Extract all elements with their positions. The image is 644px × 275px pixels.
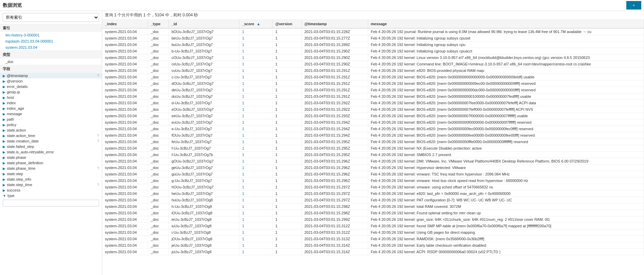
table-row[interactable]: system-2021.03.04_doceeUu-3cBzJ7_1037rOg… bbox=[102, 113, 644, 119]
cell-message: Feb 4 20:05:26 192 journal: Runtime jour… bbox=[368, 28, 644, 35]
index-item-system[interactable]: system-2021.03.04 bbox=[0, 44, 102, 50]
cell-id: fOUu-3cBzJ7_1037rOg7 bbox=[169, 132, 239, 139]
table-row[interactable]: system-2021.03.04_docduUu-3cBzJ7_1037rOg… bbox=[102, 93, 644, 100]
state-action-time-help[interactable]: ? bbox=[97, 134, 99, 138]
table-row[interactable]: system-2021.03.04_docfeUu-3cBzJ7_1037rOg… bbox=[102, 139, 644, 145]
table-row[interactable]: system-2021.03.04_docgeUu-3cBzJ7_1037rOg… bbox=[102, 165, 644, 171]
col-header-type[interactable]: _type bbox=[148, 20, 169, 28]
table-row[interactable]: system-2021.03.04_docieUu-3cBzJ7_1037rOg… bbox=[102, 216, 644, 223]
cell-message: Feb 4 20:05:26 192 kernel: BIOS-e820: [m… bbox=[368, 126, 644, 132]
table-row[interactable]: system-2021.03.04_doccuUu-3cBzJ7_1037rOg… bbox=[102, 67, 644, 74]
field-item-state-step[interactable]: ▶ state.step bbox=[0, 171, 102, 177]
field-item-state-step-time[interactable]: ▶ state.step_time ? bbox=[0, 182, 102, 187]
field-item-geoip[interactable]: ▶ geoip.ip bbox=[0, 89, 102, 95]
cell-message: Feb 4 20:05:26 192 kernel: Initializing … bbox=[368, 35, 644, 42]
cell-at-timestamp: 2021-03-04T03:01:15.293Z bbox=[301, 113, 368, 119]
col-header-version[interactable]: @version bbox=[272, 20, 301, 28]
field-item-timestamp[interactable]: ▶ @timestamp ? bbox=[0, 73, 102, 78]
field-item-state-step-info[interactable]: ▶ state.step_info bbox=[0, 177, 102, 182]
field-item-state-action[interactable]: ▶ state.action bbox=[0, 127, 102, 133]
cell-type: _doc bbox=[148, 223, 169, 229]
state-step-time-help[interactable]: ? bbox=[97, 183, 99, 187]
field-item-success[interactable]: ▶ success bbox=[0, 187, 102, 193]
field-item-state-failed[interactable]: ▶ state.failed_step bbox=[0, 144, 102, 149]
table-row[interactable]: system-2021.03.04_dochuUu-3cBzJ7_1037rOg… bbox=[102, 197, 644, 203]
data-table-container[interactable]: _index _type _id _score ▲ @version @time… bbox=[102, 20, 644, 275]
table-row[interactable]: system-2021.03.04_docdOUu-3cBzJ7_1037rOg… bbox=[102, 80, 644, 87]
table-row[interactable]: system-2021.03.04_docjOUu-3cBzJ7_1037rOg… bbox=[102, 236, 644, 242]
cell-id: beUu-3cBzJ7_1037rOg7 bbox=[169, 35, 239, 42]
field-item-state-phase-def[interactable]: ▶ state.phase_definition bbox=[0, 160, 102, 166]
table-row[interactable]: system-2021.03.04_dociOUu-3cBzJ7_1037rOg… bbox=[102, 210, 644, 216]
field-item-path[interactable]: ▶ path bbox=[0, 117, 102, 122]
table-row[interactable]: system-2021.03.04_docdeUu-3cBzJ7_1037rOg… bbox=[102, 87, 644, 93]
index-selector[interactable]: 所有索引ilm-history-3-000001logstash-2021.03… bbox=[3, 13, 99, 22]
new-button[interactable]: ＋ bbox=[626, 1, 641, 10]
table-row[interactable]: system-2021.03.04_docf-Uu-3cBzJ7_1037rOg… bbox=[102, 152, 644, 158]
cell-message: Feb 4 20:05:26 192 kernel: found SMP MP-… bbox=[368, 223, 644, 229]
cell-type: _doc bbox=[148, 190, 169, 197]
col-header-timestamp[interactable]: @timestamp bbox=[301, 20, 368, 28]
table-row[interactable]: system-2021.03.04_docf-Uu-3cBzJ7_1037rOg… bbox=[102, 145, 644, 152]
table-row[interactable]: system-2021.03.04_docbeUu-3cBzJ7_1037rOg… bbox=[102, 35, 644, 42]
table-row[interactable]: system-2021.03.04_docbuUu-3cBzJ7_1037rOg… bbox=[102, 42, 644, 48]
cell-type: _doc bbox=[148, 158, 169, 165]
table-row[interactable]: system-2021.03.04_doccOUu-3cBzJ7_1037rOg… bbox=[102, 55, 644, 61]
table-row[interactable]: system-2021.03.04_doch-Uu-3cBzJ7_1037rOg… bbox=[102, 203, 644, 210]
cell-message: Feb 4 20:05:26 192 kernel: vmware: using… bbox=[368, 184, 644, 190]
cell-type: _doc bbox=[148, 210, 169, 216]
table-row[interactable]: system-2021.03.04_docbOUu-3cBzJ7_1037rOg… bbox=[102, 28, 644, 35]
field-item-host[interactable]: ▶ host bbox=[0, 95, 102, 100]
col-header-score[interactable]: _score ▲ bbox=[239, 20, 272, 28]
table-row[interactable]: system-2021.03.04_doci-Uu-3cBzJ7_1037rOg… bbox=[102, 229, 644, 236]
field-item-state-creation[interactable]: ▶ state.creation_date ? bbox=[0, 138, 102, 144]
col-header-index[interactable]: _index bbox=[102, 20, 148, 28]
table-row[interactable]: system-2021.03.04_doce-Uu-3cBzJ7_1037rOg… bbox=[102, 126, 644, 132]
index-item-logstash[interactable]: logstash-2021.03.04-000001 bbox=[0, 38, 102, 44]
table-row[interactable]: system-2021.03.04_docfOUu-3cBzJ7_1037rOg… bbox=[102, 132, 644, 139]
type-search-input[interactable] bbox=[3, 200, 99, 207]
table-row[interactable]: system-2021.03.04_docjeUu-3cBzJ7_1037rOg… bbox=[102, 242, 644, 249]
table-row[interactable]: system-2021.03.04_docg-Uu-3cBzJ7_1037rOg… bbox=[102, 178, 644, 184]
cell-at-version: 1 bbox=[272, 145, 301, 152]
cell-at-version: 1 bbox=[272, 203, 301, 210]
timestamp-icon: ▶ bbox=[3, 74, 5, 78]
table-row[interactable]: system-2021.03.04_dociuUu-3cBzJ7_1037rOg… bbox=[102, 223, 644, 229]
timestamp-help[interactable]: ? bbox=[97, 74, 99, 78]
table-row[interactable]: system-2021.03.04_docceUu-3cBzJ7_1037rOg… bbox=[102, 61, 644, 67]
col-header-message[interactable]: message bbox=[368, 20, 644, 28]
cell-id: euUu-3cBzJ7_1037rOg7 bbox=[169, 119, 239, 126]
table-row[interactable]: system-2021.03.04_docb-Uu-3cBzJ7_1037rOg… bbox=[102, 48, 644, 55]
field-item-index-age[interactable]: ▶ index_age bbox=[0, 106, 102, 111]
field-item-state-auto-retry[interactable]: ▶ state.is_auto-retryable_error bbox=[0, 149, 102, 155]
field-item-state-action-time[interactable]: ▶ state.action_time ? bbox=[0, 133, 102, 138]
cell-at-timestamp: 2021-03-04T03:01:15.296Z bbox=[301, 158, 368, 165]
field-item-version[interactable]: ▶ @version bbox=[0, 78, 102, 84]
field-item-index[interactable]: ▶ index bbox=[0, 100, 102, 106]
table-row[interactable]: system-2021.03.04_docgOUu-3cBzJ7_1037rOg… bbox=[102, 158, 644, 165]
table-header-row: _index _type _id _score ▲ @version @time… bbox=[102, 20, 644, 28]
cell-at-version: 1 bbox=[272, 61, 301, 67]
field-item-policy[interactable]: ▶ policy bbox=[0, 122, 102, 127]
table-row[interactable]: system-2021.03.04_doceuUu-3cBzJ7_1037rOg… bbox=[102, 119, 644, 126]
state-creation-help[interactable]: ? bbox=[97, 139, 99, 143]
table-row[interactable]: system-2021.03.04_docheUu-3cBzJ7_1037rOg… bbox=[102, 190, 644, 197]
table-row[interactable]: system-2021.03.04_docguUu-3cBzJ7_1037rOg… bbox=[102, 171, 644, 178]
index-item-ilm[interactable]: ilm-history-3-000001 bbox=[0, 32, 102, 38]
field-item-message[interactable]: ▶ message bbox=[0, 111, 102, 117]
table-row[interactable]: system-2021.03.04_doceOUu-3cBzJ7_1037rOg… bbox=[102, 106, 644, 113]
cell-id: deUu-3cBzJ7_1037rOg7 bbox=[169, 87, 239, 93]
field-item-type[interactable]: ▼ type bbox=[0, 193, 102, 198]
col-header-id[interactable]: _id bbox=[169, 20, 239, 28]
cell-id: g-Uu-3cBzJ7_1037rOg7 bbox=[169, 178, 239, 184]
table-row[interactable]: system-2021.03.04_dochOUu-3cBzJ7_1037rOg… bbox=[102, 184, 644, 190]
type-item-doc[interactable]: _doc bbox=[0, 59, 102, 65]
field-item-error[interactable]: ▶ error_details bbox=[0, 84, 102, 89]
table-row[interactable]: system-2021.03.04_docd-Uu-3cBzJ7_1037rOg… bbox=[102, 100, 644, 106]
table-row[interactable]: system-2021.03.04_docc-Uu-3cBzJ7_1037rOg… bbox=[102, 74, 644, 80]
field-item-state-phase-time[interactable]: ▶ state.phase_time ? bbox=[0, 166, 102, 171]
cell-score: 1 bbox=[239, 210, 272, 216]
table-row[interactable]: system-2021.03.04_docjuUu-3cBzJ7_1037rOg… bbox=[102, 249, 644, 255]
field-item-state-phase[interactable]: ▶ state.phase bbox=[0, 155, 102, 160]
state-phase-time-help[interactable]: ? bbox=[97, 167, 99, 170]
